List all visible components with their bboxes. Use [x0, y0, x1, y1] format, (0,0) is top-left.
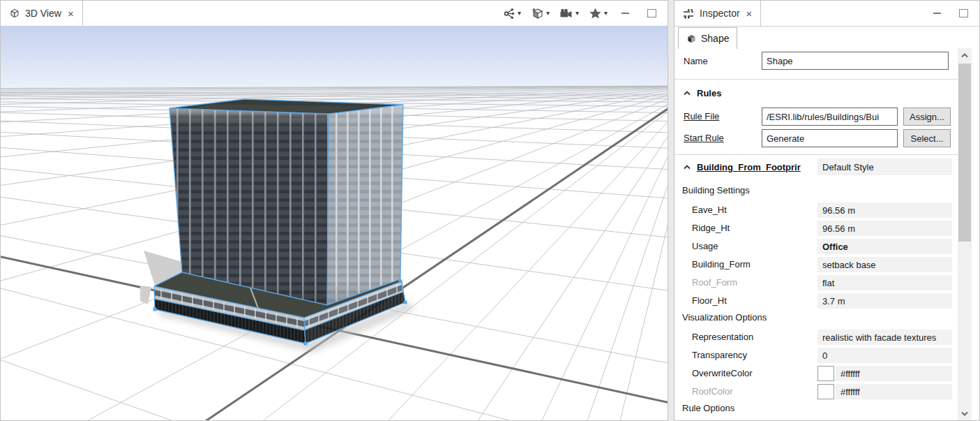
start-rule-link[interactable]: Start Rule: [684, 133, 724, 143]
tab-3d-view-close-icon[interactable]: ×: [68, 8, 74, 19]
param-label: Ridge_Ht: [692, 223, 730, 233]
color-swatch[interactable]: [817, 384, 834, 399]
3d-view-minimize-button[interactable]: [616, 6, 634, 21]
start-rule-input[interactable]: [762, 129, 898, 147]
collapse-chevron-icon[interactable]: [684, 91, 691, 96]
param-value[interactable]: 0: [817, 348, 952, 363]
3d-view-maximize-button[interactable]: [642, 6, 661, 21]
name-label: Name: [684, 56, 708, 66]
param-label: Representation: [692, 332, 753, 342]
collapse-chevron-icon[interactable]: [684, 165, 691, 170]
param-label: Transparency: [692, 350, 747, 360]
param-value[interactable]: 96.56 m: [817, 202, 952, 218]
node-link-icon[interactable]: [504, 8, 515, 20]
tab-shape[interactable]: Shape: [678, 27, 737, 49]
scroll-up-icon[interactable]: [958, 48, 972, 62]
rules-section-header: Rules: [684, 84, 721, 101]
tab-shape-label: Shape: [701, 33, 729, 44]
param-value[interactable]: realistic with facade textures: [817, 330, 952, 345]
param-value[interactable]: 96.56 m: [817, 221, 952, 236]
scroll-down-icon[interactable]: [958, 406, 972, 420]
tab-inspector-label: Inspector: [700, 8, 740, 19]
cube-icon[interactable]: [531, 7, 544, 20]
bff-section-header: Building_From_Footprir: [684, 158, 801, 175]
tab-inspector[interactable]: Inspector ×: [674, 1, 761, 26]
param-label: OverwriteColor: [692, 368, 753, 378]
param-value[interactable]: #ffffff: [836, 384, 952, 399]
param-value[interactable]: setback base: [817, 257, 952, 272]
inspector-minimize-button[interactable]: [928, 6, 946, 21]
window-3d-view: 3D View × ▾: [0, 0, 668, 421]
inspector-subtabs: Shape: [674, 27, 979, 49]
cube-outline-icon: [9, 8, 20, 19]
camera-dropdown-icon[interactable]: ▾: [575, 10, 579, 17]
style-value[interactable]: Default Style: [817, 158, 952, 175]
param-value[interactable]: flat: [817, 275, 952, 290]
camera-icon[interactable]: [559, 8, 573, 19]
window-inspector: Inspector × Shape Name: [674, 0, 980, 421]
group-visualization-options: Visualization Options: [682, 312, 767, 323]
3d-view-toolbar: ▾ ▾: [497, 1, 668, 26]
color-swatch[interactable]: [817, 366, 834, 381]
building-shadow-2: [140, 286, 151, 304]
group-rule-options: Rule Options: [682, 403, 734, 413]
param-label: Building_Form: [692, 259, 751, 269]
param-value[interactable]: #ffffff: [836, 366, 952, 381]
separator: [674, 79, 958, 80]
tab-3d-view[interactable]: 3D View ×: [1, 1, 83, 26]
tabbar-spacer: [761, 1, 922, 26]
param-label: Eave_Ht: [692, 205, 727, 215]
rules-section-title: Rules: [697, 88, 721, 98]
name-input[interactable]: [762, 52, 949, 70]
param-label: Floor_Ht: [692, 295, 727, 306]
building-model: [1, 26, 668, 420]
rule-file-link[interactable]: Rule File: [684, 111, 719, 121]
rule-file-input[interactable]: [762, 108, 898, 126]
cityengine-app: 3D View × ▾: [0, 0, 980, 421]
inspector-content: Name Rules Rule File Assign... Start Rul…: [674, 48, 979, 420]
cube-solid-icon: [686, 34, 697, 44]
inspector-maximize-button[interactable]: [954, 6, 972, 21]
inspector-scrollbar[interactable]: [958, 48, 972, 420]
star-dropdown-icon[interactable]: ▾: [604, 10, 608, 17]
inspector-tabbar: Inspector ×: [674, 1, 979, 27]
star-icon[interactable]: [589, 7, 602, 20]
cube-dropdown-icon[interactable]: ▾: [546, 10, 550, 17]
tab-3d-view-label: 3D View: [25, 8, 61, 19]
sliders-icon: [683, 8, 695, 19]
tower-facade-right-light: [327, 105, 403, 305]
scrollbar-thumb[interactable]: [958, 64, 971, 242]
param-label: RoofColor: [692, 386, 733, 397]
bff-section-title[interactable]: Building_From_Footprir: [697, 162, 801, 172]
node-link-dropdown-icon[interactable]: ▾: [518, 10, 521, 17]
param-value[interactable]: Office: [817, 239, 952, 254]
param-value[interactable]: 3.7 m: [817, 293, 952, 309]
3d-view-tabbar: 3D View × ▾: [1, 1, 668, 27]
param-label: Roof_Form: [692, 277, 737, 288]
group-building-settings: Building Settings: [682, 185, 750, 195]
tab-inspector-close-icon[interactable]: ×: [746, 8, 753, 19]
assign-button[interactable]: Assign...: [903, 108, 951, 126]
separator: [674, 154, 958, 155]
tabbar-spacer: [83, 1, 497, 26]
param-label: Usage: [692, 241, 718, 251]
3d-viewport[interactable]: [1, 26, 668, 420]
select-button[interactable]: Select...: [903, 129, 951, 147]
